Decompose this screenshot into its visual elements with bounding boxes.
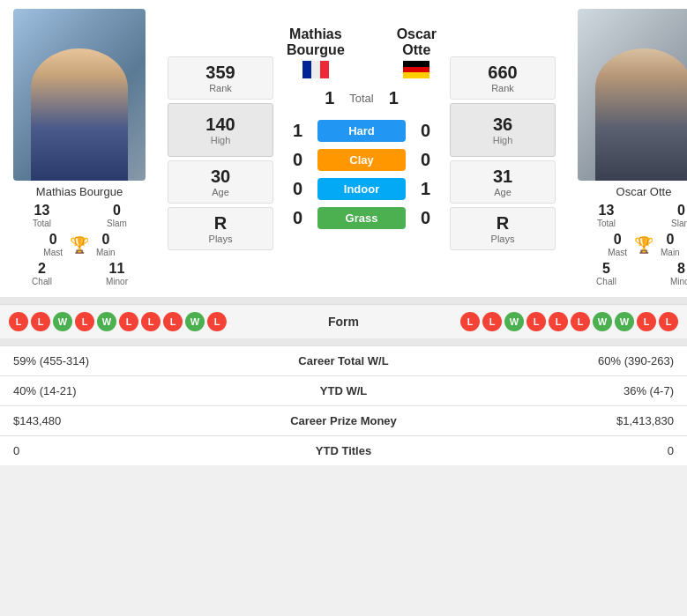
player2-rank-val: 660: [454, 63, 551, 83]
ytd-titles-row: 0 YTD Titles 0: [0, 436, 687, 466]
hard-score-row: 1 Hard 0: [287, 120, 437, 142]
player2-card: Oscar Otte 13 Total 0 Slam 0 Mast 🏆 0: [569, 9, 687, 288]
clay-surface-btn[interactable]: Clay: [317, 149, 406, 171]
indoor-score-row: 0 Indoor 1: [287, 178, 437, 200]
player2-trophy-icon: 🏆: [634, 235, 653, 255]
player2-center-stats: 660 Rank 36 High 31 Age R Plays: [441, 9, 564, 288]
player2-main-cell: 0 Main: [661, 232, 680, 257]
form-badge: L: [119, 312, 138, 331]
player1-age-block: 30 Age: [168, 160, 273, 204]
player1-minor-label: Minor: [106, 277, 128, 286]
grass-surface-btn[interactable]: Grass: [317, 207, 406, 229]
player1-high-val: 140: [177, 115, 264, 135]
player2-prize: $1,413,830: [412, 406, 687, 436]
player2-main-val: 0: [666, 232, 674, 248]
player1-plays-block: R Plays: [168, 207, 273, 250]
player2-age-block: 31 Age: [450, 160, 556, 204]
indoor-p2: 1: [414, 179, 437, 199]
player2-form-badges: LLWLLLWWLL: [397, 312, 679, 331]
ytd-wl-row: 40% (14-21) YTD W/L 36% (4-7): [0, 376, 687, 406]
player1-chall-label: Chall: [32, 277, 52, 286]
stats-table: 59% (455-314) Career Total W/L 60% (390-…: [0, 345, 687, 465]
player2-career-wl: 60% (390-263): [412, 346, 687, 376]
player1-center-stats: 359 Rank 140 High 30 Age R Plays: [159, 9, 282, 288]
player1-mast-cell: 0 Mast: [43, 232, 63, 257]
player1-ytd-wl: 40% (14-21): [0, 376, 275, 406]
prize-money-row: $143,480 Career Prize Money $1,413,830: [0, 406, 687, 436]
player1-name-top: MathiasBourgue: [287, 26, 345, 58]
player2-high-val: 36: [459, 115, 546, 135]
player2-plays-label: Plays: [454, 234, 551, 244]
player1-mast-val: 0: [49, 232, 57, 248]
player2-chall-val: 5: [602, 261, 610, 277]
player1-total-val: 13: [34, 203, 50, 219]
player2-trophy-row: 0 Mast 🏆 0 Main: [608, 232, 679, 257]
middle-section: MathiasBourgue OscarOtte 1 Total 1: [287, 9, 437, 288]
career-wl-row: 59% (455-314) Career Total W/L 60% (390-…: [0, 346, 687, 376]
player2-header: OscarOtte: [397, 22, 437, 81]
form-badge: L: [659, 312, 678, 331]
divider2: [0, 338, 687, 345]
top-section: Mathias Bourgue 13 Total 0 Slam 0 Mast 🏆: [0, 0, 687, 297]
player1-chall-cell: 2 Chall: [9, 261, 75, 286]
form-badge: L: [549, 312, 568, 331]
player1-slam-val: 0: [113, 203, 121, 219]
player1-minor-val: 11: [109, 261, 125, 277]
total-score-row: 1 Total 1: [287, 88, 437, 108]
player2-minor-label: Minor: [670, 277, 687, 286]
form-label: Form: [291, 315, 397, 329]
player2-high-block: 36 High: [450, 103, 556, 157]
player2-slam-val: 0: [677, 203, 685, 219]
player2-age-label: Age: [454, 187, 551, 197]
player1-main-cell: 0 Main: [96, 232, 116, 257]
main-container: Mathias Bourgue 13 Total 0 Slam 0 Mast 🏆: [0, 0, 687, 465]
form-badge: W: [593, 312, 612, 331]
player2-plays-val: R: [454, 213, 551, 234]
form-badge: W: [185, 312, 205, 331]
player1-high-label: High: [177, 135, 264, 145]
player1-mast-label: Mast: [43, 248, 63, 257]
player1-ytd-titles: 0: [0, 436, 275, 466]
player1-rank-label: Rank: [172, 83, 269, 93]
player1-prize: $143,480: [0, 406, 275, 436]
total-score-p1: 1: [318, 88, 340, 108]
player2-ytd-wl: 36% (4-7): [412, 376, 687, 406]
form-badge: L: [163, 312, 183, 331]
form-badge: L: [9, 312, 28, 331]
player1-total-cell: 13 Total: [9, 203, 75, 228]
player1-card: Mathias Bourgue 13 Total 0 Slam 0 Mast 🏆: [4, 9, 154, 288]
player1-main-label: Main: [96, 248, 116, 257]
indoor-surface-btn[interactable]: Indoor: [317, 178, 406, 200]
player2-chall-cell: 5 Chall: [573, 261, 639, 286]
form-section: LLWLWLLLWL Form LLWLLLWWLL: [0, 304, 687, 338]
player2-mast-cell: 0 Mast: [608, 232, 627, 257]
player1-minor-cell: 11 Minor: [84, 261, 150, 286]
player2-total-cell: 13 Total: [573, 203, 639, 228]
player1-main-val: 0: [101, 232, 109, 248]
player2-chall-label: Chall: [596, 277, 616, 286]
names-row: MathiasBourgue OscarOtte: [287, 22, 437, 81]
player2-minor-val: 8: [677, 261, 685, 277]
clay-score-row: 0 Clay 0: [287, 149, 437, 171]
form-badge: W: [53, 312, 72, 331]
clay-p2: 0: [414, 150, 437, 170]
ytd-wl-label: YTD W/L: [275, 376, 413, 406]
player2-slam-cell: 0 Slam: [648, 203, 687, 228]
form-badge: L: [207, 312, 227, 331]
player1-bottom-grid: 2 Chall 11 Minor: [4, 259, 154, 288]
player2-name-label: Oscar Otte: [615, 181, 674, 201]
player2-ytd-titles: 0: [412, 436, 687, 466]
player2-stats-grid: 13 Total 0 Slam: [569, 201, 687, 230]
player1-slam-label: Slam: [107, 219, 127, 228]
form-badge: L: [482, 312, 502, 331]
player1-stats-grid: 13 Total 0 Slam: [4, 201, 154, 230]
player1-rank-block: 359 Rank: [168, 56, 273, 100]
form-badge: W: [97, 312, 116, 331]
player2-mast-label: Mast: [608, 248, 627, 257]
player1-form-badges: LLWLWLLLWL: [9, 312, 291, 331]
grass-score-row: 0 Grass 0: [287, 207, 437, 229]
player2-minor-cell: 8 Minor: [648, 261, 687, 286]
hard-surface-btn[interactable]: Hard: [317, 120, 406, 142]
prize-label: Career Prize Money: [275, 406, 413, 436]
player1-trophy-icon: 🏆: [70, 235, 89, 255]
